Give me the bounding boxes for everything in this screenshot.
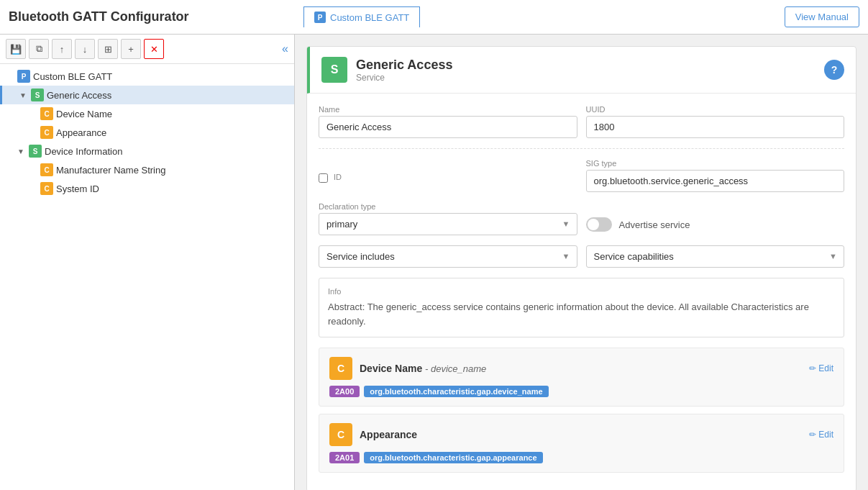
left-panel: 💾 ⧉ ↑ ↓ ⊞ + ✕ « P Custom BLE GATT ▼ S Ge… [0,35,295,490]
divider [319,148,844,149]
name-input[interactable] [319,116,577,138]
tab-p-icon: P [314,12,326,23]
toolbar-save-btn[interactable]: 💾 [6,39,26,59]
uuid-input[interactable] [586,116,845,138]
toolbar-add-btn[interactable]: + [121,39,141,59]
uuid-field-group: UUID [586,105,845,138]
char-name-italic: device_name [431,363,486,374]
tree-icon-c: C [40,163,53,176]
service-capabilities-select[interactable]: Service capabilities [586,245,845,268]
toolbar-copy-btn[interactable]: ⧉ [29,39,49,59]
collapse-button[interactable]: « [282,42,288,55]
tree-item-label: Appearance [56,127,106,138]
toolbar-edit-btn[interactable]: ⊞ [98,39,118,59]
tree-item-label: Generic Access [47,90,111,101]
tree-item-device-name[interactable]: C Device Name [0,104,294,123]
service-card-header: S Generic Access Service ? [307,47,856,94]
declaration-type-select[interactable]: primary secondary [319,213,577,235]
id-checkbox[interactable] [319,173,328,183]
tree-item-system-id[interactable]: C System ID [0,179,294,198]
main-layout: 💾 ⧉ ↑ ↓ ⊞ + ✕ « P Custom BLE GATT ▼ S Ge… [0,35,868,490]
pencil-icon: ✏ [809,430,818,440]
tree-item-label: System ID [56,183,99,194]
tree: P Custom BLE GATT ▼ S Generic Access C D… [0,64,294,490]
service-card-body: Name UUID ID SIG type [307,94,856,490]
tag-sig: org.bluetooth.characteristic.gap.appeara… [364,452,542,463]
service-title: Generic Access [356,58,452,73]
tag-uuid: 2A01 [329,452,360,463]
advertise-group: Advertise service [586,206,845,232]
tree-item-label: Custom BLE GATT [33,71,112,82]
char-edit-link[interactable]: ✏ Edit [809,363,833,373]
sig-type-label: SIG type [586,159,845,168]
advertise-toggle[interactable] [586,217,612,232]
tag-row: 2A01 org.bluetooth.characteristic.gap.ap… [329,452,833,463]
tree-icon-c: C [40,126,53,139]
id-label: ID [334,173,342,181]
char-name: Appearance [360,429,417,440]
tree-icon-s: S [31,89,44,101]
uuid-label: UUID [586,105,845,114]
top-bar: Bluetooth GATT Configurator P Custom BLE… [0,0,868,35]
char-edit-link[interactable]: ✏ Edit [809,430,833,440]
tree-item-manufacturer-name[interactable]: C Manufacturer Name String [0,160,294,179]
service-capabilities-group: Service capabilities ▼ [586,245,845,268]
service-includes-select[interactable]: Service includes [319,245,577,268]
tree-icon-c: C [40,182,53,195]
view-manual-button[interactable]: View Manual [785,6,859,27]
arrow-icon: ▼ [19,91,28,99]
tag-row: 2A00 org.bluetooth.characteristic.gap.de… [329,386,833,397]
info-box: Info Abstract: The generic_access servic… [319,278,844,337]
tag-uuid: 2A00 [329,386,360,397]
service-includes-group: Service includes ▼ [319,245,577,268]
tree-item-label: Device Name [56,109,112,119]
service-card-generic-access: S Generic Access Service ? Name UUID [306,46,856,490]
char-item-device-name: C Device Name - device_name ✏ Edit 2A00 … [319,348,844,407]
tree-item-label: Manufacturer Name String [56,165,165,176]
tree-icon-s: S [29,145,42,158]
tree-item-generic-access[interactable]: ▼ S Generic Access [0,86,294,104]
service-icon: S [321,57,347,83]
toolbar-delete-btn[interactable]: ✕ [144,39,164,59]
app-title: Bluetooth GATT Configurator [9,9,303,24]
toolbar-down-btn[interactable]: ↓ [75,39,95,59]
info-label: Info [328,287,835,296]
toolbar: 💾 ⧉ ↑ ↓ ⊞ + ✕ « [0,35,294,64]
char-icon: C [329,357,352,380]
tree-item-appearance[interactable]: C Appearance [0,123,294,142]
declaration-type-label: Declaration type [319,202,577,211]
tree-item-custom-ble-gatt[interactable]: P Custom BLE GATT [0,67,294,86]
tag-sig: org.bluetooth.characteristic.gap.device_… [364,386,548,397]
char-item-appearance: C Appearance ✏ Edit 2A01 org.bluetooth.c… [319,414,844,473]
sig-type-input[interactable] [586,170,845,192]
char-name: Device Name - device_name [360,363,486,374]
includes-capabilities-row: Service includes ▼ Service capabilities … [319,245,844,268]
help-button[interactable]: ? [824,60,844,80]
declaration-advertise-row: Declaration type primary secondary ▼ Adv… [319,202,844,235]
info-text: Abstract: The generic_access service con… [328,300,835,328]
char-name-text: Device Name [360,363,422,374]
declaration-type-group: Declaration type primary secondary ▼ [319,202,577,235]
advertise-label: Advertise service [619,219,690,230]
name-label: Name [319,105,577,114]
tree-icon-p: P [17,70,30,83]
tree-item-device-information[interactable]: ▼ S Device Information [0,142,294,160]
right-panel: S Generic Access Service ? Name UUID [295,35,868,490]
char-item-header: C Appearance ✏ Edit [329,423,833,446]
id-sigtype-row: ID SIG type [319,159,844,192]
tab-label: Custom BLE GATT [330,12,409,23]
char-icon: C [329,423,352,446]
arrow-icon: ▼ [17,148,26,155]
id-field-group: ID [319,159,577,192]
service-header-text: Generic Access Service [356,58,452,83]
tree-item-label: Device Information [45,146,122,157]
service-subtitle: Service [356,73,452,83]
name-uuid-row: Name UUID [319,105,844,138]
char-item-header: C Device Name - device_name ✏ Edit [329,357,833,380]
toolbar-up-btn[interactable]: ↑ [52,39,72,59]
active-tab[interactable]: P Custom BLE GATT [303,6,420,27]
pencil-icon: ✏ [809,363,818,373]
name-field-group: Name [319,105,577,138]
char-name-text: Appearance [360,429,417,440]
tree-icon-c: C [40,107,53,120]
